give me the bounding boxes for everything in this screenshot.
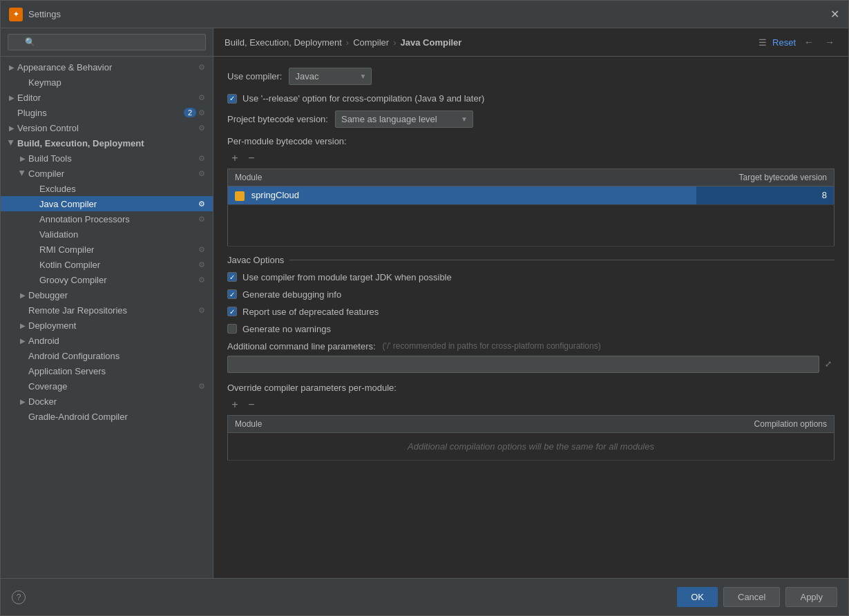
breadcrumb-part3: Java Compiler (401, 37, 462, 48)
bytecode-version-select[interactable]: Same as language level (335, 110, 473, 128)
sidebar-item-gradle-android[interactable]: ▶ Gradle-Android Compiler (1, 409, 213, 424)
expand-arrow-build-tools: ▶ (17, 153, 28, 164)
reset-button[interactable]: Reset (772, 37, 796, 48)
cmd-params-input[interactable] (227, 356, 819, 373)
title-bar: ✦ Settings ✕ (1, 1, 848, 28)
menu-icon: ☰ (759, 37, 767, 48)
cancel-button[interactable]: Cancel (723, 587, 780, 607)
sidebar-item-build-execution[interactable]: ▶ Build, Execution, Deployment (1, 135, 213, 151)
sidebar-item-android[interactable]: ▶ Android (1, 333, 213, 348)
sidebar-item-docker[interactable]: ▶ Docker (1, 394, 213, 409)
sidebar-item-label: Version Control (17, 123, 196, 133)
expand-arrow-appearance: ▶ (6, 61, 17, 73)
release-option-checkbox[interactable]: ✓ (227, 94, 237, 104)
sidebar-item-compiler[interactable]: ▶ Compiler ⚙ (1, 166, 213, 181)
breadcrumb-sep2: › (393, 37, 396, 48)
help-button[interactable]: ? (12, 590, 26, 604)
sidebar-item-groovy-compiler[interactable]: ▶ Groovy Compiler ⚙ (1, 272, 213, 287)
breadcrumb-actions: ☰ Reset ← → (759, 35, 837, 49)
sidebar-item-deployment[interactable]: ▶ Deployment (1, 318, 213, 333)
add-module-button[interactable]: + (227, 151, 242, 166)
javac-options-title: Javac Options (227, 255, 834, 265)
override-module-col-header: Module (228, 415, 531, 432)
module-col-header: Module (228, 169, 696, 186)
option3-row: ✓ Report use of deprecated features (227, 307, 834, 317)
sidebar-item-validation[interactable]: ▶ Validation (1, 227, 213, 242)
nav-forward-button[interactable]: → (822, 35, 837, 49)
expand-arrow-debugger: ▶ (17, 289, 28, 300)
sidebar-item-version-control[interactable]: ▶ Version Control ⚙ (1, 120, 213, 135)
sidebar-item-application-servers[interactable]: ▶ Application Servers (1, 363, 213, 378)
sidebar-item-annotation-processors[interactable]: ▶ Annotation Processors ⚙ (1, 211, 213, 227)
sidebar-item-editor[interactable]: ▶ Editor ⚙ (1, 90, 213, 105)
gear-icon-remote-jar[interactable]: ⚙ (196, 305, 207, 316)
sidebar-item-label: Groovy Compiler (39, 275, 196, 285)
gear-icon-compiler[interactable]: ⚙ (196, 169, 207, 179)
option3-checkbox[interactable]: ✓ (227, 307, 237, 316)
sidebar-item-remote-jar[interactable]: ▶ Remote Jar Repositories ⚙ (1, 302, 213, 318)
bottom-bar: ? OK Cancel Apply (1, 578, 848, 615)
gear-icon-editor[interactable]: ⚙ (196, 93, 207, 103)
sidebar-item-coverage[interactable]: ▶ Coverage ⚙ (1, 378, 213, 394)
breadcrumb-sep1: › (346, 37, 349, 48)
sidebar-item-debugger[interactable]: ▶ Debugger (1, 287, 213, 302)
remove-module-button[interactable]: − (244, 151, 259, 166)
option3-label: Report use of deprecated features (242, 307, 379, 317)
gear-icon-rmi[interactable]: ⚙ (196, 244, 207, 255)
sidebar-item-excludes[interactable]: ▶ Excludes (1, 181, 213, 196)
gear-icon-kotlin[interactable]: ⚙ (196, 260, 207, 270)
use-compiler-label: Use compiler: (227, 71, 282, 81)
option4-checkbox[interactable] (227, 324, 237, 334)
option2-checkbox[interactable]: ✓ (227, 289, 237, 299)
sidebar-item-rmi-compiler[interactable]: ▶ RMI Compiler ⚙ (1, 242, 213, 257)
expand-arrow-compiler: ▶ (17, 168, 28, 179)
sidebar-item-label: Java Compiler (39, 199, 196, 209)
add-override-button[interactable]: + (227, 397, 242, 412)
main-layout: 🔍 ▶ Appearance & Behavior ⚙ ▶ Keymap (1, 28, 848, 578)
search-input[interactable] (8, 34, 206, 50)
use-compiler-row: Use compiler: Javac ▼ (227, 68, 834, 85)
ok-button[interactable]: OK (677, 587, 718, 607)
cmd-params-header: Additional command line parameters: ('/'… (227, 341, 834, 352)
sidebar-item-label: Gradle-Android Compiler (28, 412, 207, 422)
cmd-params-input-row: ⤢ (227, 356, 834, 373)
check-icon: ✓ (229, 273, 235, 281)
sidebar-item-label: Remote Jar Repositories (28, 305, 196, 316)
sidebar-item-plugins[interactable]: ▶ Plugins 2 ⚙ (1, 105, 213, 120)
close-button[interactable]: ✕ (829, 9, 840, 20)
override-options-col-header: Compilation options (531, 415, 834, 432)
module-bytecode-table: Module Target bytecode version springClo… (227, 169, 834, 247)
option1-checkbox[interactable]: ✓ (227, 272, 237, 282)
nav-back-button[interactable]: ← (801, 35, 817, 49)
sidebar-item-build-tools[interactable]: ▶ Build Tools ⚙ (1, 151, 213, 166)
gear-icon-plugins[interactable]: ⚙ (196, 108, 207, 118)
sidebar-item-keymap[interactable]: ▶ Keymap (1, 75, 213, 90)
gear-icon-version-control[interactable]: ⚙ (196, 123, 207, 133)
compiler-select[interactable]: Javac (289, 68, 372, 85)
bytecode-version-label: Project bytecode version: (227, 114, 328, 124)
override-label: Override compiler parameters per-module: (227, 383, 828, 393)
expand-arrow-deployment: ▶ (17, 320, 28, 331)
sidebar-item-java-compiler[interactable]: ▶ Java Compiler ⚙ (1, 196, 213, 211)
override-hint: Additional compilation options will be t… (228, 432, 834, 460)
sidebar-item-label: Android Configurations (28, 351, 207, 361)
cmd-params-label: Additional command line parameters: (227, 341, 376, 352)
gear-icon-coverage[interactable]: ⚙ (196, 381, 207, 392)
expand-arrow-build-execution: ▶ (6, 137, 17, 148)
module-table-toolbar: + − (227, 151, 834, 166)
gear-icon-build-tools[interactable]: ⚙ (196, 153, 207, 164)
gear-icon-groovy[interactable]: ⚙ (196, 275, 207, 285)
override-section: Override compiler parameters per-module:… (227, 383, 834, 461)
expand-icon[interactable]: ⤢ (822, 358, 834, 370)
apply-button[interactable]: Apply (785, 587, 837, 607)
gear-icon-annotation[interactable]: ⚙ (196, 214, 207, 224)
option2-row: ✓ Generate debugging info (227, 289, 834, 300)
gear-icon-appearance[interactable]: ⚙ (196, 62, 207, 73)
sidebar-item-appearance[interactable]: ▶ Appearance & Behavior ⚙ (1, 59, 213, 75)
main-panel: Build, Execution, Deployment › Compiler … (213, 28, 848, 578)
remove-override-button[interactable]: − (244, 397, 259, 412)
sidebar-item-kotlin-compiler[interactable]: ▶ Kotlin Compiler ⚙ (1, 257, 213, 272)
sidebar-item-android-configurations[interactable]: ▶ Android Configurations (1, 348, 213, 363)
gear-icon-java-compiler[interactable]: ⚙ (196, 199, 207, 209)
table-row[interactable]: springCloud 8 (228, 186, 834, 205)
